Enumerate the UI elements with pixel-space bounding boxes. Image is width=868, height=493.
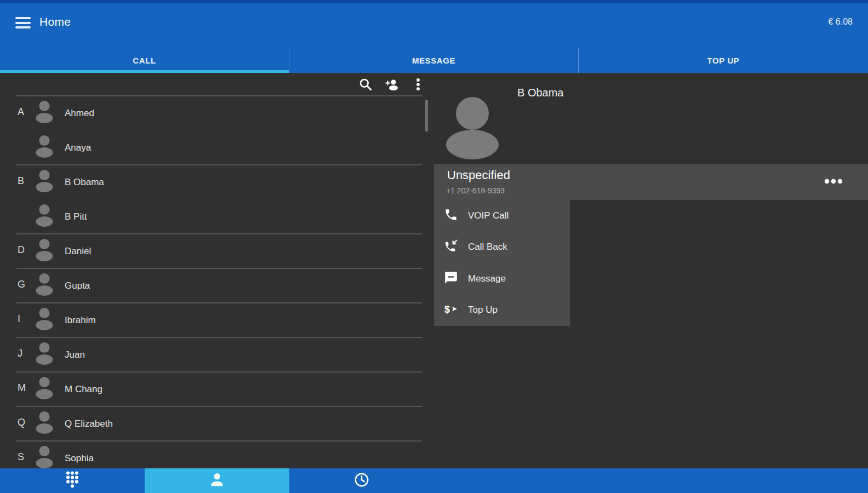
overflow-menu-icon[interactable] [411, 77, 425, 91]
contact-detail-name: B Obama [517, 87, 563, 99]
phone-number: +1 202-618-9393 [446, 186, 505, 195]
section-letter: Q [18, 417, 25, 428]
contact-name: B Obama [65, 177, 104, 188]
contact-row[interactable]: Ahmed [0, 96, 434, 130]
tab-call[interactable]: CALL [0, 48, 289, 73]
menu-item-label: VOIP Call [468, 210, 509, 221]
svg-text:$: $ [444, 304, 450, 315]
contact-avatar-icon [32, 237, 57, 266]
contact-action-menu: VOIP CallCall BackMessage$Top Up [434, 200, 570, 326]
contact-name: M Chang [65, 384, 102, 395]
search-icon[interactable] [358, 77, 373, 91]
contact-row[interactable]: Gupta [0, 268, 434, 303]
contacts-icon [209, 471, 225, 491]
menu-item-call-back[interactable]: Call Back [434, 232, 570, 263]
tab-bar: CALL MESSAGE TOP UP [0, 48, 868, 73]
contact-list-panel: AAhmedAnayaBB ObamaB PittDDanielGGuptaII… [0, 73, 434, 468]
section-letter: M [18, 382, 26, 394]
contact-row[interactable]: Daniel [0, 234, 434, 268]
history-icon [353, 471, 370, 491]
add-contact-icon[interactable] [385, 77, 399, 91]
menu-item-label: Top Up [468, 305, 498, 316]
contact-list: AAhmedAnayaBB ObamaB PittDDanielGGuptaII… [0, 96, 434, 475]
section-letter: G [18, 279, 25, 290]
dialpad-icon [64, 471, 81, 491]
top-up-icon: $ [444, 302, 458, 318]
section-letter: A [18, 106, 24, 118]
contact-name: Daniel [65, 246, 91, 257]
call-back-icon [444, 239, 458, 255]
contact-avatar-icon [32, 168, 57, 197]
contact-avatar-icon [32, 409, 57, 439]
contact-name: Gupta [65, 280, 90, 291]
contact-section: DDaniel [0, 234, 434, 268]
contact-list-toolbar [0, 73, 434, 96]
contact-name: Q Elizabeth [65, 419, 113, 429]
voip-call-icon [444, 208, 458, 224]
section-letter: J [18, 348, 22, 359]
menu-item-top-up[interactable]: $Top Up [434, 295, 570, 326]
contact-avatar-icon [32, 306, 57, 335]
contact-row[interactable]: Juan [0, 337, 434, 372]
message-icon [444, 271, 458, 287]
contact-section: GGupta [0, 268, 434, 303]
nav-dialpad-tab[interactable] [0, 468, 145, 493]
content-area: AAhmedAnayaBB ObamaB PittDDanielGGuptaII… [0, 73, 868, 468]
contact-section: IIbrahim [0, 303, 434, 337]
contact-section: AAhmedAnaya [0, 96, 434, 165]
tab-message[interactable]: MESSAGE [289, 48, 579, 73]
contact-name: B Pitt [65, 211, 87, 222]
menu-item-label: Message [468, 273, 506, 284]
phone-number-row[interactable]: Unspecified +1 202-618-9393 [434, 164, 868, 200]
contact-avatar-icon [32, 271, 57, 301]
balance-label: € 6.08 [829, 17, 853, 27]
app-screen: Home € 6.08 CALL MESSAGE TOP UP AAhmedA [0, 0, 868, 493]
hamburger-menu-icon[interactable] [15, 17, 31, 29]
section-letter: I [18, 313, 20, 325]
contact-avatar-icon [32, 375, 57, 404]
contact-name: Juan [65, 349, 85, 360]
section-letter: B [18, 175, 24, 187]
bottom-nav-bar [0, 468, 868, 493]
contact-avatar-icon [32, 340, 57, 370]
contact-section: QQ Elizabeth [0, 406, 434, 441]
app-bar: Home € 6.08 [0, 0, 868, 48]
contact-avatar [446, 96, 499, 159]
contact-avatar-icon [32, 133, 57, 163]
contact-row[interactable]: Ibrahim [0, 303, 434, 337]
contact-row[interactable]: Q Elizabeth [0, 406, 434, 441]
contact-row[interactable]: M Chang [0, 372, 434, 406]
contact-row[interactable]: B Pitt [0, 199, 434, 234]
contact-row[interactable]: Anaya [0, 130, 434, 165]
menu-item-voip-call[interactable]: VOIP Call [434, 200, 570, 232]
contact-avatar-icon [32, 99, 57, 128]
contact-section: MM Chang [0, 372, 434, 406]
menu-item-message[interactable]: Message [434, 263, 570, 295]
contact-row[interactable]: B Obama [0, 165, 434, 199]
status-bar [0, 0, 868, 3]
menu-item-label: Call Back [468, 242, 507, 253]
contact-avatar-icon [32, 202, 57, 232]
page-title: Home [39, 15, 71, 28]
contact-name: Sophia [65, 453, 94, 464]
contact-section: BB ObamaB Pitt [0, 165, 434, 234]
contact-name: Ibrahim [65, 315, 96, 326]
more-options-icon[interactable] [823, 176, 844, 186]
nav-contacts-tab[interactable] [145, 468, 289, 493]
section-letter: D [18, 244, 25, 256]
section-letter: S [18, 451, 24, 463]
number-type-label: Unspecified [447, 168, 510, 182]
contact-section: JJuan [0, 337, 434, 372]
list-scrollbar[interactable] [425, 100, 428, 131]
contact-name: Anaya [65, 142, 91, 153]
contact-name: Ahmed [65, 108, 94, 119]
tab-top-up[interactable]: TOP UP [579, 48, 868, 73]
contact-detail-panel: B Obama Unspecified +1 202-618-9393 VOIP… [434, 73, 868, 468]
nav-history-tab[interactable] [289, 468, 434, 493]
